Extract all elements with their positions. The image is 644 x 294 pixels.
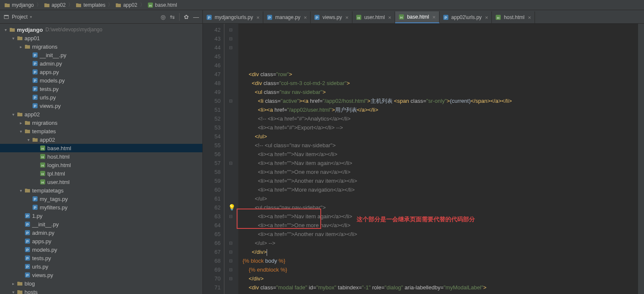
code-line-46[interactable]: <li><a href="/app02/user.html">用户列表</a><… — [243, 105, 638, 114]
close-icon[interactable]: × — [485, 14, 488, 21]
tree-arrow-icon[interactable]: ▾ — [10, 112, 16, 117]
sidebar-title[interactable]: Project ▾ — [3, 14, 32, 20]
tree-row-tests-py[interactable]: Ptests.py — [0, 85, 202, 93]
tab-views-py[interactable]: Pviews.py× — [311, 11, 352, 23]
fold-marker[interactable]: ⊟ — [224, 25, 237, 34]
code-line-65[interactable]: </div> — [243, 274, 638, 283]
tree-arrow-icon[interactable]: ▾ — [10, 290, 16, 294]
code-line-52[interactable]: <li><a href="">Nav item again</a></li> — [243, 159, 638, 168]
fold-marker[interactable]: ⊟ — [224, 159, 237, 168]
line-number[interactable]: 56 — [203, 150, 221, 159]
tree-row-app02[interactable]: ▾app02 — [0, 110, 202, 118]
tab-host-html[interactable]: Hhost.html× — [492, 11, 535, 23]
code-line-53[interactable]: <li><a href="">One more nav</a></li> — [243, 168, 638, 176]
fold-marker[interactable] — [224, 88, 237, 96]
line-number[interactable]: 67 — [203, 247, 221, 256]
tree-row-admin-py[interactable]: Padmin.py — [0, 228, 202, 237]
fold-marker[interactable] — [224, 176, 237, 185]
code-line-61[interactable]: </ul> --> — [243, 239, 638, 247]
line-number[interactable]: 50 — [203, 96, 221, 105]
tab-mydjango-urls-py[interactable]: Pmydjango\urls.py× — [203, 11, 263, 23]
code-line-60[interactable]: <li><a href="">Another nav item</a></li> — [243, 230, 638, 239]
line-number[interactable]: 42 — [203, 25, 221, 34]
code-line-54[interactable]: <li><a href="">Another nav item</a></li> — [243, 176, 638, 185]
fold-marker[interactable] — [224, 194, 237, 203]
line-number[interactable]: 58 — [203, 168, 221, 176]
tree-row-tests-py[interactable]: Ptests.py — [0, 254, 202, 262]
tab-base-html[interactable]: Hbase.html× — [395, 11, 439, 23]
fold-gutter[interactable]: ⊟⊟⊟⊟⊟⊟⊟⊟⊟⊟⊟ — [224, 24, 237, 294]
fold-marker[interactable]: ⊟ — [224, 212, 237, 221]
line-number[interactable]: 70 — [203, 274, 221, 283]
tree-row-tpl-html[interactable]: Htpl.html — [0, 169, 202, 178]
fold-marker[interactable] — [224, 123, 237, 132]
line-number[interactable]: 69 — [203, 265, 221, 274]
code-line-56[interactable]: </ul> — [243, 194, 638, 203]
tree-row-migrations[interactable]: ▸migrations — [0, 118, 202, 127]
hide-panel-icon[interactable]: — — [193, 14, 199, 20]
tree-arrow-icon[interactable]: ▾ — [18, 129, 24, 134]
tree-row-urls-py[interactable]: Purls.py — [0, 262, 202, 271]
line-number[interactable]: 59 — [203, 176, 221, 185]
code-line-47[interactable]: <!-- <li><a href="#">Analytics</a></li> — [243, 114, 638, 123]
tree-row-models-py[interactable]: Pmodels.py — [0, 76, 202, 85]
tree-row-templatetags[interactable]: ▾templatetags — [0, 186, 202, 195]
autoscroll-icon[interactable]: ◎ — [161, 14, 166, 20]
line-number[interactable]: 46 — [203, 61, 221, 70]
tree-row-user-html[interactable]: Huser.html — [0, 178, 202, 186]
fold-marker[interactable] — [224, 70, 237, 79]
line-number[interactable]: 65 — [203, 230, 221, 239]
tree-arrow-icon[interactable]: ▸ — [10, 281, 16, 286]
tree-row-1-py[interactable]: P1.py — [0, 212, 202, 220]
tree-row-base-html[interactable]: Hbase.html — [0, 144, 202, 152]
line-number[interactable]: 63 — [203, 212, 221, 221]
fold-marker[interactable] — [224, 168, 237, 176]
tree-row-my-tags-py[interactable]: Pmy_tags.py — [0, 195, 202, 203]
line-number[interactable]: 48 — [203, 79, 221, 88]
close-icon[interactable]: × — [528, 14, 531, 21]
tree-row-login-html[interactable]: Hlogin.html — [0, 161, 202, 169]
code-line-44[interactable]: <ul class="nav nav-sidebar"> — [243, 88, 638, 96]
tree-row-views-py[interactable]: Pviews.py — [0, 102, 202, 110]
line-gutter[interactable]: 4243444546474849505152535455565758596061… — [203, 24, 224, 294]
fold-marker[interactable]: ⊟ — [224, 34, 237, 43]
intention-bulb-icon[interactable]: 💡 — [228, 203, 235, 212]
code-editor[interactable]: 💡 这个部分是一会继承页面需要代替的代码部分 <div class="row">… — [238, 24, 638, 294]
code-line-42[interactable]: <div class="row"> — [243, 70, 638, 79]
tree-row-models-py[interactable]: Pmodels.py — [0, 245, 202, 254]
fold-marker[interactable]: ⊟ — [224, 256, 237, 265]
fold-marker[interactable] — [224, 221, 237, 230]
tree-arrow-icon[interactable]: ▾ — [25, 137, 31, 142]
code-line-51[interactable]: <li><a href="">Nav item</a></li> — [243, 150, 638, 159]
close-icon[interactable]: × — [432, 14, 436, 20]
close-icon[interactable]: × — [304, 14, 307, 21]
tree-arrow-icon[interactable]: ▾ — [10, 36, 16, 41]
fold-marker[interactable]: ⊟ — [224, 247, 237, 256]
vertical-scrollbar[interactable] — [638, 24, 644, 294]
tree-row-myfilters-py[interactable]: Pmyfilters.py — [0, 203, 202, 212]
code-line-62[interactable]: </div> — [243, 247, 638, 256]
breadcrumb-item[interactable]: templates — [74, 2, 107, 8]
line-number[interactable]: 71 — [203, 283, 221, 292]
tree-arrow-icon[interactable]: ▸ — [18, 44, 24, 49]
project-tree[interactable]: ▾mydjangoD:\web\devops\mydjango▾app01▸mi… — [0, 24, 202, 294]
tree-row-app01[interactable]: ▾app01 — [0, 34, 202, 42]
fold-marker[interactable] — [224, 230, 237, 239]
fold-marker[interactable] — [224, 52, 237, 61]
fold-marker[interactable] — [224, 105, 237, 114]
tree-arrow-icon[interactable]: ▾ — [3, 27, 8, 32]
settings-icon[interactable]: ✿ — [184, 14, 189, 20]
fold-marker[interactable]: ⊟ — [224, 43, 237, 52]
tree-arrow-icon[interactable]: ▸ — [18, 121, 24, 125]
tab-user-html[interactable]: Huser.html× — [352, 11, 395, 23]
fold-marker[interactable] — [224, 141, 237, 150]
tree-row-views-py[interactable]: Pviews.py — [0, 271, 202, 279]
line-number[interactable]: 45 — [203, 52, 221, 61]
tree-row-migrations[interactable]: ▸migrations — [0, 42, 202, 51]
line-number[interactable]: 51 — [203, 105, 221, 114]
code-line-67[interactable]: <div class="modal-dialog" role="document… — [243, 292, 638, 294]
breadcrumb-item[interactable]: Hbase.html — [146, 2, 179, 8]
code-line-63[interactable]: {% block body %} — [243, 256, 638, 265]
collapse-all-icon[interactable]: ⇆ — [170, 14, 175, 20]
line-number[interactable]: 54 — [203, 132, 221, 141]
